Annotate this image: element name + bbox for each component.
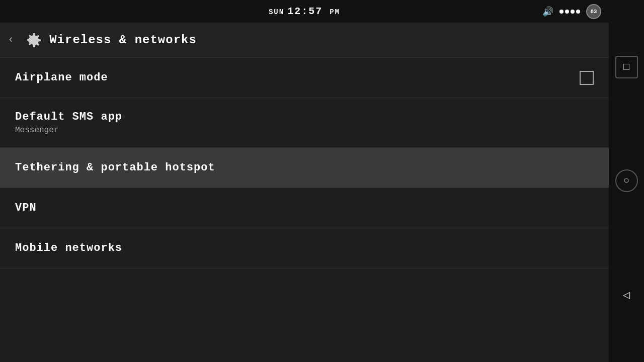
signal-dot-4 [576,10,580,14]
status-bar-day: SUN [269,8,284,16]
header-title: Wireless & networks [49,33,197,47]
settings-item-subtitle-default-sms-app: Messenger [15,126,122,135]
main-content: Airplane modeDefault SMS appMessengerTet… [0,58,609,362]
back-button[interactable]: ‹ [8,34,14,46]
battery-badge: 83 [586,4,601,19]
settings-item-mobile-networks[interactable]: Mobile networks [0,228,609,268]
circle-icon: ○ [623,175,629,187]
signal-dot-1 [559,10,564,14]
gear-icon [22,30,42,50]
settings-item-tethering-hotspot[interactable]: Tethering & portable hotspot [0,148,609,188]
status-bar-right-icons: 🔊 83 [542,4,601,19]
settings-item-airplane-mode[interactable]: Airplane mode [0,58,609,98]
settings-item-title-airplane-mode: Airplane mode [15,71,108,84]
signal-dots [559,10,580,14]
recent-apps-button[interactable]: □ [615,56,638,78]
settings-item-text-mobile-networks: Mobile networks [15,242,122,254]
status-bar-hour-min: 12:57 [287,6,323,17]
settings-item-text-tethering-hotspot: Tethering & portable hotspot [15,161,215,174]
status-bar: SUN12:57 PM 🔊 83 [0,0,609,23]
back-nav-button[interactable]: ◁ [615,284,638,306]
settings-item-title-mobile-networks: Mobile networks [15,242,122,254]
triangle-icon: ◁ [623,288,630,302]
settings-item-title-default-sms-app: Default SMS app [15,111,122,123]
signal-dot-2 [565,10,569,14]
settings-item-text-vpn: VPN [15,202,37,214]
settings-item-title-vpn: VPN [15,202,37,214]
settings-item-text-default-sms-app: Default SMS appMessenger [15,111,122,135]
settings-item-text-airplane-mode: Airplane mode [15,71,108,84]
signal-dot-3 [571,10,575,14]
home-button[interactable]: ○ [615,169,638,192]
checkbox-airplane-mode[interactable] [580,71,594,85]
battery-level: 83 [590,9,597,15]
settings-item-vpn[interactable]: VPN [0,188,609,228]
status-bar-period: PM [330,8,340,16]
right-navigation: □ ○ ◁ [609,0,644,362]
settings-item-default-sms-app[interactable]: Default SMS appMessenger [0,98,609,148]
square-icon: □ [623,61,629,73]
volume-icon: 🔊 [542,6,553,17]
status-bar-time: SUN12:57 PM [269,6,340,17]
settings-item-title-tethering-hotspot: Tethering & portable hotspot [15,161,215,174]
app-header: ‹ Wireless & networks [0,23,609,58]
